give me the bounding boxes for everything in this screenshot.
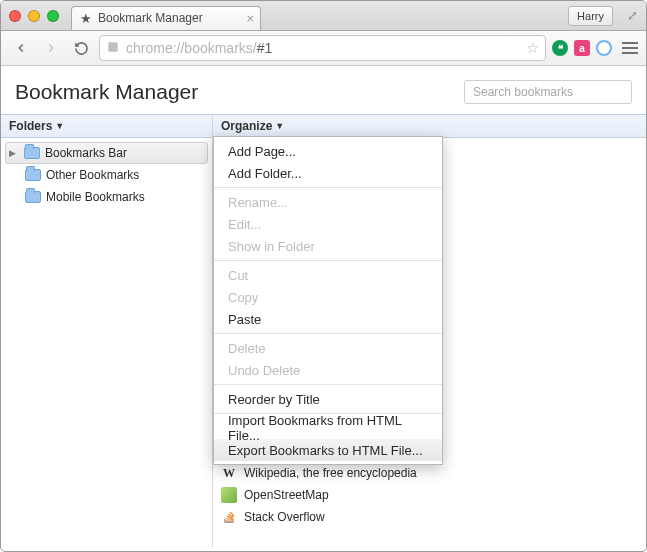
fullscreen-icon[interactable]: ⤢ [625,8,640,23]
omnibox-actions: ☆ [526,39,539,57]
extension-icon[interactable]: a [574,40,590,56]
site-info-icon[interactable] [106,40,120,57]
menu-separator [214,260,442,261]
bookmark-star-icon: ★ [80,11,92,26]
menu-item-export[interactable]: Export Bookmarks to HTML File... [214,439,442,461]
browser-window: ★ Bookmark Manager × Harry ⤢ chrome://bo… [0,0,647,552]
menu-item-show-in-folder: Show in Folder [214,235,442,257]
sidebar-item-label: Bookmarks Bar [45,146,127,160]
bookmark-row[interactable]: W Wikipedia, the free encyclopedia [213,462,646,484]
bookmark-row[interactable]: Stack Overflow [213,506,646,528]
menu-separator [214,384,442,385]
stackoverflow-icon [221,509,237,525]
menu-item-delete: Delete [214,337,442,359]
caret-down-icon: ▼ [275,121,284,131]
bookmark-label: OpenStreetMap [244,488,329,502]
page-title: Bookmark Manager [15,80,198,104]
sidebar-item-label: Other Bookmarks [46,168,139,182]
menu-item-paste[interactable]: Paste [214,308,442,330]
hangouts-extension-icon[interactable]: ❝ [552,40,568,56]
folders-header-label: Folders [9,119,52,133]
url-text: chrome://bookmarks/#1 [126,40,272,56]
menu-item-cut: Cut [214,264,442,286]
window-controls [9,10,59,22]
menu-item-undo-delete: Undo Delete [214,359,442,381]
profile-label: Harry [577,10,604,22]
tab-strip: ★ Bookmark Manager × Harry ⤢ [1,1,646,31]
menu-separator [214,333,442,334]
svg-rect-0 [108,42,117,51]
organize-header[interactable]: Organize ▼ [213,115,292,137]
organize-header-label: Organize [221,119,272,133]
menu-item-add-folder[interactable]: Add Folder... [214,162,442,184]
bookmark-list: Add Page... Add Folder... Rename... Edit… [213,138,646,547]
menu-item-copy: Copy [214,286,442,308]
organize-menu: Add Page... Add Folder... Rename... Edit… [213,136,443,465]
sidebar-item-mobile-bookmarks[interactable]: Mobile Bookmarks [1,186,212,208]
folder-icon [24,147,40,159]
minimize-window-button[interactable] [28,10,40,22]
menu-item-add-page[interactable]: Add Page... [214,140,442,162]
forward-button[interactable] [39,37,63,59]
back-button[interactable] [9,37,33,59]
menu-separator [214,187,442,188]
browser-tab[interactable]: ★ Bookmark Manager × [71,6,261,30]
reload-button[interactable] [69,37,93,59]
menu-item-reorder[interactable]: Reorder by Title [214,388,442,410]
tab-title: Bookmark Manager [98,11,203,25]
caret-down-icon: ▼ [55,121,64,131]
profile-button[interactable]: Harry [568,6,613,26]
sidebar-item-other-bookmarks[interactable]: Other Bookmarks [1,164,212,186]
openstreetmap-icon [221,487,237,503]
bookmark-page-icon[interactable]: ☆ [526,39,539,57]
menu-item-edit: Edit... [214,213,442,235]
disclosure-triangle-icon[interactable]: ▶ [9,148,19,158]
page-header: Bookmark Manager [1,66,646,114]
close-tab-icon[interactable]: × [246,11,254,26]
bookmark-label: Stack Overflow [244,510,325,524]
folder-icon [25,169,41,181]
folders-header[interactable]: Folders ▼ [1,115,213,137]
folder-sidebar: ▶ Bookmarks Bar Other Bookmarks Mobile B… [1,138,213,547]
search-input[interactable] [464,80,632,104]
wikipedia-icon: W [221,465,237,481]
column-header-bar: Folders ▼ Organize ▼ [1,114,646,138]
menu-item-import[interactable]: Import Bookmarks from HTML File... [214,417,442,439]
close-window-button[interactable] [9,10,21,22]
menu-item-rename: Rename... [214,191,442,213]
content-body: ▶ Bookmarks Bar Other Bookmarks Mobile B… [1,138,646,547]
sidebar-item-label: Mobile Bookmarks [46,190,145,204]
toolbar: chrome://bookmarks/#1 ☆ ❝ a [1,31,646,66]
extension-icon-2[interactable] [596,40,612,56]
chrome-menu-icon[interactable] [622,42,638,54]
address-bar[interactable]: chrome://bookmarks/#1 ☆ [99,35,546,61]
sidebar-item-bookmarks-bar[interactable]: ▶ Bookmarks Bar [5,142,208,164]
bookmark-label: Wikipedia, the free encyclopedia [244,466,417,480]
folder-icon [25,191,41,203]
zoom-window-button[interactable] [47,10,59,22]
search-bookmarks [464,80,632,104]
bookmark-row[interactable]: OpenStreetMap [213,484,646,506]
